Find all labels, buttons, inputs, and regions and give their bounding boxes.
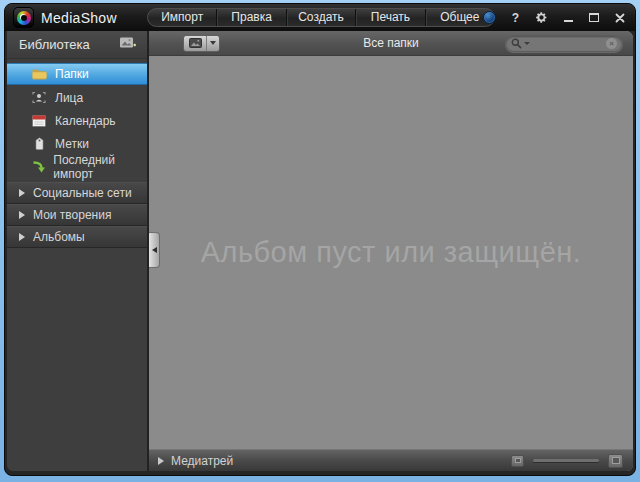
upgrade-icon[interactable]: [483, 11, 496, 24]
menu-edit[interactable]: Правка: [216, 9, 285, 26]
help-icon[interactable]: ?: [512, 11, 519, 25]
faces-icon: [31, 91, 47, 104]
search-box[interactable]: ×: [505, 35, 623, 52]
content-area: Библиотека: [7, 31, 633, 471]
search-input[interactable]: [533, 37, 606, 49]
media-tray-label[interactable]: Медиатрей: [171, 454, 233, 468]
folder-icon: [31, 68, 47, 80]
menu-print[interactable]: Печать: [355, 9, 424, 26]
chevron-down-icon: [524, 42, 530, 45]
add-media-icon[interactable]: [119, 36, 137, 54]
album-canvas: Альбом пуст или защищён.: [149, 56, 633, 449]
mediashow-swirl-icon: [17, 11, 31, 25]
library-title: Библиотека: [19, 37, 90, 52]
section-label: Мои творения: [33, 208, 111, 222]
app-window: MediaShow Импорт Правка Создать Печать О…: [4, 3, 636, 476]
sidebar-item-calendar[interactable]: Календарь: [7, 110, 147, 131]
search-scope-button[interactable]: [511, 38, 530, 49]
sidebar-item-label: Лица: [55, 91, 83, 105]
small-thumbnail-icon: [515, 458, 521, 463]
section-social-networks[interactable]: Социальные сети: [7, 182, 147, 204]
sidebar-item-label: Последний импорт: [53, 153, 147, 181]
close-button[interactable]: [615, 13, 625, 23]
library-header: Библиотека: [7, 31, 147, 59]
sidebar-collapse-handle[interactable]: [149, 232, 160, 268]
library-items: Папки Лица: [7, 59, 147, 179]
zoom-in-thumbnails-button[interactable]: [608, 454, 623, 468]
main-panel: Все папки: [149, 31, 633, 471]
chevron-down-icon: [210, 41, 216, 45]
expand-arrow-icon: [19, 189, 25, 197]
chevron-left-icon: [152, 247, 157, 253]
menu-import[interactable]: Импорт: [148, 9, 216, 26]
view-mode-button[interactable]: [183, 35, 220, 52]
sidebar-item-label: Папки: [55, 67, 89, 81]
media-tray-bar: Медиатрей: [149, 449, 633, 471]
sidebar-item-faces[interactable]: Лица: [7, 87, 147, 108]
large-thumbnail-icon: [612, 457, 620, 464]
clear-search-icon[interactable]: ×: [606, 38, 617, 49]
section-albums[interactable]: Альбомы: [7, 226, 147, 248]
search-icon: [511, 38, 522, 49]
sidebar-item-label: Календарь: [55, 114, 116, 128]
section-label: Альбомы: [33, 230, 85, 244]
browser-toolbar: Все папки: [149, 31, 633, 56]
app-title: MediaShow: [41, 10, 117, 26]
library-sidebar: Библиотека: [7, 31, 149, 471]
zoom-out-thumbnails-button[interactable]: [511, 455, 524, 467]
import-arrow-icon: [31, 160, 45, 173]
maximize-button[interactable]: [589, 13, 599, 22]
window-controls: ?: [483, 4, 625, 31]
calendar-icon: [31, 115, 47, 127]
empty-album-message: Альбом пуст или защищён.: [201, 236, 582, 269]
photo-thumbnail-icon: [184, 38, 206, 48]
section-my-creations[interactable]: Мои творения: [7, 204, 147, 226]
title-bar: MediaShow Импорт Правка Создать Печать О…: [5, 4, 635, 31]
expand-arrow-icon: [19, 211, 25, 219]
tags-icon: [31, 137, 47, 150]
sidebar-sections: Социальные сети Мои творения Альбомы: [7, 182, 147, 248]
sidebar-item-label: Метки: [55, 137, 89, 151]
expand-arrow-icon: [158, 457, 164, 465]
menu-create[interactable]: Создать: [286, 9, 355, 26]
thumbnail-size-slider[interactable]: [533, 459, 599, 462]
view-mode-dropdown-caret[interactable]: [206, 36, 219, 51]
section-label: Социальные сети: [33, 186, 132, 200]
minimize-button[interactable]: [564, 13, 573, 22]
settings-gear-icon[interactable]: [535, 11, 548, 24]
sidebar-item-latest-import[interactable]: Последний импорт: [7, 156, 147, 177]
main-menu: Импорт Правка Создать Печать Общее: [147, 8, 495, 27]
sidebar-item-tags[interactable]: Метки: [7, 133, 147, 154]
sidebar-item-folders[interactable]: Папки: [7, 63, 147, 85]
thumbnail-zoom-controls: [511, 454, 623, 468]
app-logo-icon: [13, 7, 34, 28]
expand-arrow-icon: [19, 233, 25, 241]
